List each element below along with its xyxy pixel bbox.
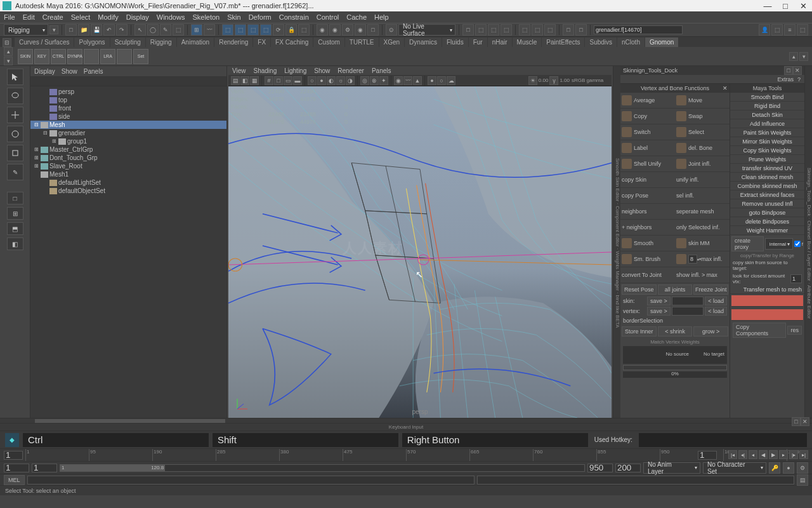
proxy-checkbox[interactable] <box>794 241 801 247</box>
vb-copy-skin[interactable]: copy Skin <box>620 172 675 188</box>
last-tool-icon[interactable]: ✎ <box>7 164 23 180</box>
xray-icon[interactable]: □ <box>563 24 574 36</box>
anim-layer-dropdown[interactable]: No Anim Layer <box>643 462 700 474</box>
open-scene-icon[interactable]: 📁 <box>78 24 89 36</box>
closest-vtx-field[interactable] <box>790 274 802 283</box>
vp-xray-icon[interactable]: ⊗ <box>370 76 379 85</box>
render-globals-icon[interactable]: ⚙ <box>342 24 353 36</box>
shelf-tab-muscle[interactable]: Muscle <box>513 37 542 47</box>
outliner-menu-show[interactable]: Show <box>62 68 77 75</box>
vp-dof-icon[interactable]: ● <box>428 76 436 85</box>
detach-skin-button[interactable]: Detach Skin <box>730 110 804 119</box>
outliner-item-dont-touch-grp[interactable]: ⊞Dont_Touch_Grp <box>30 154 226 162</box>
vp-shaded-icon[interactable]: ● <box>317 76 326 85</box>
goto-end-icon[interactable]: ▸| <box>799 450 808 459</box>
vb-skin-mm[interactable]: skin MM <box>675 236 730 251</box>
shelf-button-3[interactable]: DYNPA <box>67 49 82 64</box>
menu-skeleton[interactable]: Skeleton <box>192 13 219 21</box>
snap-grid-icon[interactable]: ⊞ <box>191 24 202 36</box>
viewport-menu-show[interactable]: Show <box>314 67 330 74</box>
scale-tool-icon[interactable] <box>7 145 23 161</box>
viewport-menu-lighting[interactable]: Lighting <box>284 67 306 74</box>
max-infl-field[interactable] <box>688 255 697 264</box>
play-forward-icon[interactable]: ▶ <box>769 450 778 459</box>
shelf-tab-nhair[interactable]: nHair <box>488 37 512 47</box>
command-input[interactable] <box>27 476 475 485</box>
shelf-tab-animation[interactable]: Animation <box>177 37 214 47</box>
menu-file[interactable]: File <box>4 13 15 21</box>
maximize-button[interactable]: □ <box>779 1 792 11</box>
account-icon[interactable]: 👤 <box>759 24 770 36</box>
range-start-inner[interactable] <box>32 464 57 472</box>
live-surface-dropdown[interactable]: No Live Surface <box>398 24 455 36</box>
shelf-up-icon[interactable]: ▴ <box>4 47 13 56</box>
menu-windows[interactable]: Windows <box>157 13 185 21</box>
target-mesh-button[interactable] <box>731 309 803 321</box>
vp-select-cam-icon[interactable]: ▤ <box>231 76 240 85</box>
shelf-menu-icon[interactable]: ⊟ <box>3 38 11 47</box>
layout-2-icon[interactable]: ⬚ <box>475 24 487 36</box>
magnet-icon[interactable]: ⊙ <box>386 24 397 36</box>
shelf-tab-sculpting[interactable]: Sculpting <box>110 37 145 47</box>
goto-start-icon[interactable]: |◂ <box>728 450 737 459</box>
rotate-tool-icon[interactable] <box>7 126 23 142</box>
selection-field[interactable] <box>594 25 683 34</box>
vb-show-infl-max[interactable]: show infl. > max <box>675 267 730 283</box>
toolbar-options-icon[interactable]: ▾ <box>49 25 58 34</box>
maya-home-icon[interactable]: ◆ <box>5 433 19 447</box>
outliner-item-persp[interactable]: persp <box>30 88 226 96</box>
vb-smooth[interactable]: Smooth <box>620 236 675 251</box>
layout-four-icon[interactable]: ⊞ <box>7 207 23 220</box>
skin-field[interactable] <box>672 297 704 305</box>
right-dock-tabs[interactable]: Smooth Skin Editor · Component Editor · … <box>613 66 620 418</box>
vp-ao-icon[interactable]: ◉ <box>394 76 403 85</box>
outliner-item-slave-root[interactable]: ⊞Slave_Root <box>30 162 226 170</box>
prefs-icon[interactable]: ⚙ <box>797 462 808 474</box>
layout-two-h-icon[interactable]: ⬒ <box>7 222 23 235</box>
render-icon[interactable]: ◉ <box>317 24 328 36</box>
outliner-item-group1[interactable]: ⊞group1 <box>30 137 226 145</box>
workspace-mode-dropdown[interactable]: Rigging <box>4 24 48 36</box>
freeze-joint-button[interactable]: Freeze Joint <box>693 284 728 295</box>
shelf-collapse-up-icon[interactable]: ▴ <box>789 52 798 61</box>
skin-load-button[interactable]: < load <box>705 297 727 305</box>
copy-skin-weights-button[interactable]: Copy Skin Weights <box>730 146 804 155</box>
shelf-tab-gnomon[interactable]: Gnomon <box>645 37 678 47</box>
vb-swap[interactable]: Swap <box>675 109 730 124</box>
sym-y-icon[interactable]: ⬚ <box>235 24 246 36</box>
menu-display[interactable]: Display <box>126 13 149 21</box>
vp-colorspace[interactable]: sRGB gamma <box>571 77 609 83</box>
time-current-field[interactable] <box>698 451 717 460</box>
vb-joint-infl-[interactable]: Joint infl. <box>675 156 730 172</box>
vp-film-gate-icon[interactable]: □ <box>274 76 283 85</box>
step-forward-key-icon[interactable]: |▸ <box>789 450 798 459</box>
vb-convert-to-joint[interactable]: convert To Joint <box>620 267 675 283</box>
hierarchy-icon[interactable]: ⬚ <box>173 24 184 36</box>
new-scene-icon[interactable]: □ <box>65 24 77 36</box>
vp-res-gate-icon[interactable]: ▭ <box>284 76 292 85</box>
extras-label[interactable]: Extras <box>777 76 794 83</box>
outliner-item-front[interactable]: front <box>30 104 226 112</box>
shelf-button-1[interactable]: KEY <box>34 49 49 64</box>
shelf-tab-fx[interactable]: FX <box>253 37 270 47</box>
outliner-item-master-ctrlgrp[interactable]: ⊞Master_CtrlGrp <box>30 145 226 154</box>
outliner-item-side[interactable]: side <box>30 112 226 121</box>
expand-toggle[interactable]: ⊞ <box>33 163 39 169</box>
shelf-button-4[interactable] <box>84 49 99 64</box>
shelf-tab-subdivs[interactable]: Subdivs <box>585 37 617 47</box>
range-start-outer[interactable] <box>4 464 29 472</box>
undo-icon[interactable]: ↶ <box>103 24 115 36</box>
shelf-tab-curves-surfaces[interactable]: Curves / Surfaces <box>15 37 74 47</box>
store-inner-button[interactable]: Store Inner <box>622 326 657 337</box>
vp-motion-blur-icon[interactable]: 〰 <box>403 76 412 85</box>
panel-c-icon[interactable]: ⬚ <box>544 24 556 36</box>
menu-select[interactable]: Select <box>71 13 91 21</box>
vp-bookmark-icon[interactable]: ◧ <box>240 76 249 85</box>
outliner-item-mesh1[interactable]: Mesh1 <box>30 170 226 178</box>
select-mode-icon[interactable]: ↖ <box>134 24 146 36</box>
horizontal-scrollbar[interactable]: ✕ □ <box>0 418 812 423</box>
layout-1-icon[interactable]: □ <box>462 24 474 36</box>
extract-skinned-faces-button[interactable]: Extract skinned faces <box>730 190 804 199</box>
channel-box-icon[interactable]: ⬚ <box>797 24 808 36</box>
vp-fog-icon[interactable]: ☁ <box>447 76 455 85</box>
